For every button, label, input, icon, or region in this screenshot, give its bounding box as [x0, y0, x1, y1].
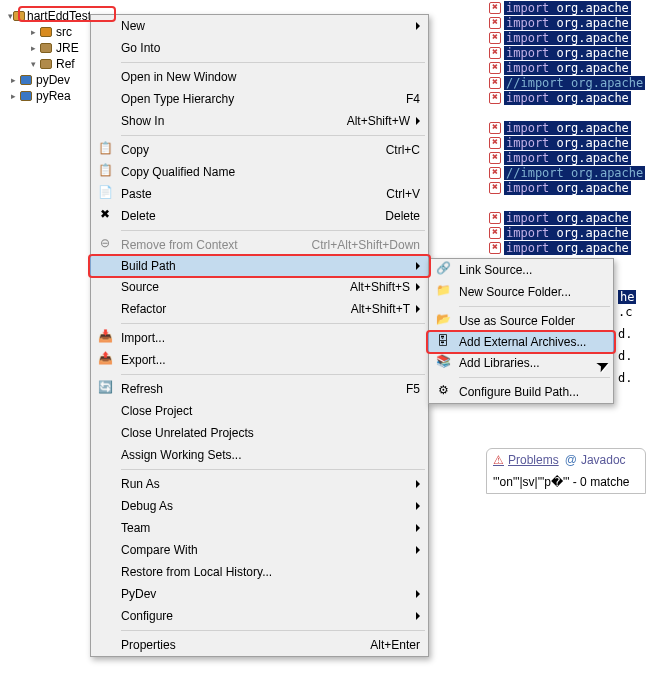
menu-item-copy[interactable]: 📋CopyCtrl+C: [91, 139, 428, 161]
submenu-arrow-icon: [416, 590, 420, 598]
code-text: //import org.apache: [504, 166, 645, 180]
menu-item-add-external-archives[interactable]: 🗄Add External Archives...: [428, 331, 614, 353]
submenu-arrow-icon: [416, 283, 420, 291]
menu-item-open-in-new-window[interactable]: Open in New Window: [91, 66, 428, 88]
javadoc-icon: @: [565, 453, 577, 467]
menu-item-label: Refresh: [121, 382, 394, 396]
error-marker-icon: ✖: [486, 182, 504, 194]
code-text: import org.apache: [504, 181, 631, 195]
code-line: ✖import org.apache: [486, 15, 646, 30]
code-text: import org.apache: [504, 151, 631, 165]
tree-twisty-icon[interactable]: ▾: [28, 59, 38, 69]
menu-item-show-in[interactable]: Show InAlt+Shift+W: [91, 110, 428, 132]
menu-accelerator: Alt+Shift+W: [347, 114, 410, 128]
menu-item-add-libraries[interactable]: 📚Add Libraries...: [429, 352, 613, 374]
menu-accelerator: Alt+Shift+T: [351, 302, 410, 316]
tree-twisty-icon[interactable]: ▸: [28, 27, 38, 37]
menu-item-properties[interactable]: PropertiesAlt+Enter: [91, 634, 428, 656]
tree-item-label: src: [56, 25, 72, 39]
export-icon: 📤: [96, 351, 114, 365]
menu-item-label: Compare With: [121, 543, 410, 557]
editor-trailing: he.cd.d.d.: [618, 290, 636, 393]
jar-icon: 🗄: [434, 334, 452, 348]
link-icon: 🔗: [434, 261, 452, 275]
submenu-arrow-icon: [416, 305, 420, 313]
menu-item-restore-from-local-history[interactable]: Restore from Local History...: [91, 561, 428, 583]
menu-separator: [121, 630, 425, 631]
menu-item-close-unrelated-projects[interactable]: Close Unrelated Projects: [91, 422, 428, 444]
menu-item-new[interactable]: New: [91, 15, 428, 37]
menu-item-paste[interactable]: 📄PasteCtrl+V: [91, 183, 428, 205]
menu-item-build-path[interactable]: Build Path: [90, 255, 429, 277]
menu-item-label: Delete: [121, 209, 373, 223]
menu-item-configure[interactable]: Configure: [91, 605, 428, 627]
menu-item-go-into[interactable]: Go Into: [91, 37, 428, 59]
menu-item-close-project[interactable]: Close Project: [91, 400, 428, 422]
menu-item-label: Close Project: [121, 404, 420, 418]
books-icon: 📚: [434, 354, 452, 368]
menu-item-label: Add Libraries...: [459, 356, 605, 370]
highlight-project-root: [18, 6, 116, 22]
tree-twisty-icon[interactable]: ▸: [28, 43, 38, 53]
submenu-arrow-icon: [416, 502, 420, 510]
menu-item-import[interactable]: 📥Import...: [91, 327, 428, 349]
menu-item-label: Build Path: [121, 259, 410, 273]
code-line: ✖import org.apache: [486, 135, 646, 150]
menu-item-pydev[interactable]: PyDev: [91, 583, 428, 605]
menu-accelerator: F5: [406, 382, 420, 396]
menu-separator: [459, 306, 610, 307]
menu-item-compare-with[interactable]: Compare With: [91, 539, 428, 561]
menu-item-refactor[interactable]: RefactorAlt+Shift+T: [91, 298, 428, 320]
menu-item-open-type-hierarchy[interactable]: Open Type HierarchyF4: [91, 88, 428, 110]
tree-twisty-icon[interactable]: ▸: [8, 75, 18, 85]
problems-tab[interactable]: ⚠ Problems: [493, 453, 559, 467]
code-line: ✖import org.apache: [486, 0, 646, 15]
menu-item-assign-working-sets[interactable]: Assign Working Sets...: [91, 444, 428, 466]
menu-separator: [121, 469, 425, 470]
code-line: ✖import org.apache: [486, 240, 646, 255]
menu-item-label: Open Type Hierarchy: [121, 92, 394, 106]
tree-item-jre[interactable]: ▸JRE: [0, 40, 90, 56]
menu-separator: [121, 62, 425, 63]
error-marker-icon: ✖: [486, 47, 504, 59]
error-marker-icon: ✖: [486, 77, 504, 89]
menu-item-copy-qualified-name[interactable]: 📋Copy Qualified Name: [91, 161, 428, 183]
code-text: import org.apache: [504, 211, 631, 225]
tree-item-pydev[interactable]: ▸pyDev: [0, 72, 90, 88]
code-fragment: d.: [618, 371, 636, 393]
menu-item-label: Show In: [121, 114, 335, 128]
javadoc-tab[interactable]: @ Javadoc: [565, 453, 626, 467]
menu-item-run-as[interactable]: Run As: [91, 473, 428, 495]
menu-item-new-source-folder[interactable]: 📁New Source Folder...: [429, 281, 613, 303]
menu-item-link-source[interactable]: 🔗Link Source...: [429, 259, 613, 281]
tree-item-pyrea[interactable]: ▸pyRea: [0, 88, 90, 104]
tree-item-src[interactable]: ▸src: [0, 24, 90, 40]
menu-accelerator: Ctrl+Alt+Shift+Down: [312, 238, 420, 252]
folder-icon: 📁: [434, 283, 452, 297]
code-fragment: d.: [618, 327, 636, 349]
submenu-arrow-icon: [416, 22, 420, 30]
menu-item-debug-as[interactable]: Debug As: [91, 495, 428, 517]
menu-item-export[interactable]: 📤Export...: [91, 349, 428, 371]
copy-icon: 📋: [96, 163, 114, 177]
tree-folder-icon: [38, 43, 54, 53]
tree-twisty-icon[interactable]: ▸: [8, 91, 18, 101]
error-marker-icon: ✖: [486, 242, 504, 254]
submenu-arrow-icon: [416, 612, 420, 620]
build-path-submenu: 🔗Link Source...📁New Source Folder...📂Use…: [428, 258, 614, 404]
error-marker-icon: ✖: [486, 227, 504, 239]
menu-item-delete[interactable]: ✖DeleteDelete: [91, 205, 428, 227]
error-marker-icon: ✖: [486, 137, 504, 149]
menu-item-team[interactable]: Team: [91, 517, 428, 539]
menu-item-refresh[interactable]: 🔄RefreshF5: [91, 378, 428, 400]
srcfolder-icon: 📂: [434, 312, 452, 326]
menu-item-use-as-source-folder[interactable]: 📂Use as Source Folder: [429, 310, 613, 332]
code-line: ✖import org.apache: [486, 210, 646, 225]
copy-icon: 📋: [96, 141, 114, 155]
menu-item-source[interactable]: SourceAlt+Shift+S: [91, 276, 428, 298]
error-marker-icon: ✖: [486, 62, 504, 74]
menu-item-configure-build-path[interactable]: ⚙Configure Build Path...: [429, 381, 613, 403]
code-text: import org.apache: [504, 121, 631, 135]
code-text: import org.apache: [504, 241, 631, 255]
tree-item-ref[interactable]: ▾Ref: [0, 56, 90, 72]
